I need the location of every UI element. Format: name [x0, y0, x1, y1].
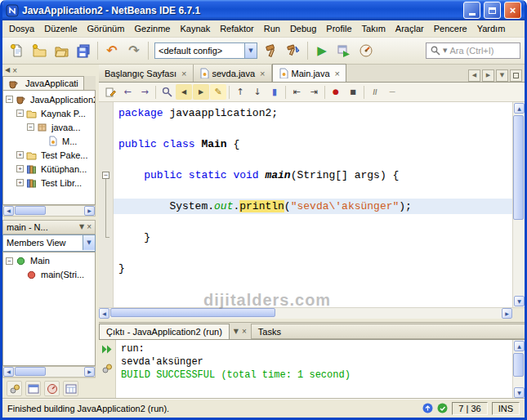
minimize-button[interactable] [463, 2, 480, 19]
tab-start-page[interactable]: Başlangıç Sayfası × [99, 65, 194, 82]
find-previous-button[interactable]: ◀ [176, 84, 192, 100]
scrollbar-thumb[interactable] [513, 353, 524, 377]
menu-item[interactable]: Debug [285, 21, 321, 36]
scroll-up-icon[interactable]: ▲ [514, 103, 525, 114]
tab-main-java[interactable]: Main.java × [272, 64, 347, 82]
code-line[interactable] [114, 152, 512, 168]
scroll-right-icon[interactable]: ▶ [84, 367, 95, 377]
scrollbar-track[interactable] [513, 352, 525, 386]
build-project-button[interactable] [261, 40, 282, 61]
find-selection-button[interactable] [159, 84, 175, 100]
scroll-right-icon[interactable]: ▶ [502, 308, 512, 319]
collapse-icon[interactable]: − [6, 96, 13, 103]
code-line[interactable]: } [114, 261, 512, 276]
menu-item[interactable]: Araçlar [391, 21, 429, 36]
scrollbar-track[interactable] [14, 367, 84, 377]
output-vscrollbar[interactable]: ▲ ▼ [512, 340, 525, 399]
uncomment-button[interactable]: − [384, 84, 400, 100]
code-line[interactable] [114, 214, 512, 230]
tree-row[interactable]: main(Stri... [3, 268, 95, 282]
stop-macro-button[interactable]: ■ [345, 84, 361, 100]
tree-row[interactable]: +Test Pake... [3, 148, 95, 162]
scrollbar-track[interactable] [14, 206, 84, 216]
navigator-header[interactable]: main - N... ▼ × [2, 220, 96, 235]
collapse-icon[interactable]: − [16, 109, 24, 117]
chevron-down-icon[interactable]: ▼ [244, 43, 257, 58]
quick-search-field[interactable]: ▼ Ara (Ctrl+I) [426, 42, 520, 59]
collapse-icon[interactable]: − [6, 257, 13, 265]
code-line[interactable]: } [114, 230, 512, 245]
scroll-left-icon[interactable]: ◀ [5, 67, 10, 74]
scan-status-icon[interactable] [437, 403, 448, 415]
back-button[interactable]: ← [119, 84, 136, 100]
chevron-down-icon[interactable]: ▼ [443, 48, 447, 54]
navigator-view-select[interactable]: Members View ▼ [2, 235, 96, 252]
chevron-down-icon[interactable]: ▼ [83, 235, 95, 250]
menu-item[interactable]: Dosya [4, 21, 39, 36]
undo-button[interactable]: ↶ [101, 40, 123, 61]
navigator-hscrollbar[interactable]: ◀ ▶ [2, 366, 96, 378]
tree-row[interactable]: −Main [3, 254, 95, 268]
forward-button[interactable]: → [136, 84, 153, 100]
code-line[interactable]: package javaapplication2; [114, 105, 512, 121]
code-line[interactable]: System.out.println("sevda\'aksünger"); [114, 199, 512, 214]
tab-list-button[interactable]: ▼ [496, 69, 508, 82]
shift-left-button[interactable]: ⇤ [288, 84, 305, 100]
tab-sevda-java[interactable]: sevda.java × [194, 65, 272, 82]
shift-right-button[interactable]: ⇥ [306, 84, 322, 100]
scrollbar-track[interactable] [109, 308, 502, 319]
scroll-up-icon[interactable]: ▲ [514, 341, 525, 351]
config-combobox[interactable]: <default config> ▼ [154, 42, 257, 59]
tree-row[interactable]: −javaa... [3, 120, 95, 134]
titlebar[interactable]: JavaApplication2 - NetBeans IDE 6.7.1 × [2, 0, 525, 20]
menu-item[interactable]: Görünüm [83, 21, 130, 36]
code-line[interactable] [114, 121, 512, 136]
previous-bookmark-button[interactable]: ↑ [232, 84, 248, 100]
scroll-left-icon[interactable]: ◀ [3, 367, 14, 377]
menu-item[interactable]: Run [259, 21, 285, 36]
scrollbar-thumb[interactable] [110, 308, 275, 317]
projects-hscrollbar[interactable]: ◀ ▶ [2, 205, 96, 217]
redo-button[interactable]: ↷ [123, 40, 145, 61]
comment-button[interactable]: // [367, 84, 383, 100]
ant-settings-button[interactable] [101, 363, 113, 378]
debug-project-button[interactable] [333, 40, 355, 61]
close-tab-icon[interactable]: × [181, 69, 186, 78]
menu-item[interactable]: Yardım [472, 21, 511, 36]
tree-row[interactable]: −Kaynak P... [3, 106, 95, 120]
save-all-button[interactable] [73, 40, 94, 61]
tree-row[interactable]: −JavaApplication2 [3, 92, 95, 106]
find-next-button[interactable]: ▶ [193, 84, 209, 100]
scroll-tabs-right-button[interactable]: ▶ [482, 69, 494, 82]
close-tab-icon[interactable]: × [335, 69, 340, 78]
close-icon[interactable]: × [87, 222, 92, 231]
tab-tasks[interactable]: Tasks [251, 324, 525, 339]
expand-icon[interactable]: + [16, 165, 24, 172]
editor-vscrollbar[interactable]: ▲ ▼ [512, 102, 525, 307]
code-line[interactable]: public class Main { [114, 136, 512, 152]
scroll-right-icon[interactable]: ▶ [84, 206, 95, 216]
scroll-left-icon[interactable]: ◀ [3, 206, 14, 216]
run-project-button[interactable]: ▶ [311, 40, 333, 61]
menu-item[interactable]: Düzenle [39, 21, 82, 36]
clean-build-button[interactable] [283, 40, 304, 61]
fold-collapse-icon[interactable]: − [102, 172, 109, 179]
plugin-update-icon[interactable] [422, 403, 433, 415]
close-tab-icon[interactable]: × [260, 69, 265, 78]
minimize-window-icon[interactable]: ▼ [234, 328, 239, 335]
toggle-bookmark-button[interactable]: ▮ [266, 84, 283, 100]
next-bookmark-button[interactable]: ↓ [249, 84, 266, 100]
scrollbar-thumb[interactable] [15, 367, 46, 376]
toggle-highlight-button[interactable]: ✎ [210, 84, 226, 100]
menu-item[interactable]: Pencere [429, 21, 472, 36]
profiler-window-icon[interactable] [44, 381, 60, 396]
editor-hscrollbar[interactable]: ◀ ▶ [99, 307, 525, 319]
close-button[interactable]: × [504, 2, 521, 19]
tree-row[interactable]: M... [3, 134, 95, 148]
close-icon[interactable]: × [242, 327, 247, 336]
maximize-button[interactable] [484, 2, 501, 19]
menu-item[interactable]: Refaktor [215, 21, 259, 36]
new-project-button[interactable] [29, 40, 50, 61]
code-line[interactable]: public static void main(String[] args) { [114, 168, 512, 183]
menu-item[interactable]: Gezinme [129, 21, 175, 36]
